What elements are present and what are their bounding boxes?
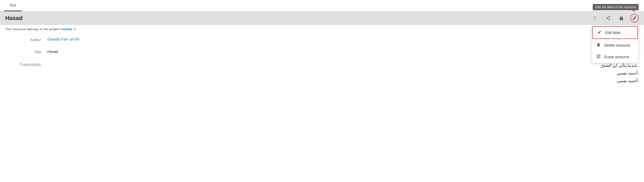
menu-item-edit-label[interactable]: Edit label [592, 26, 638, 39]
transcription-line-3: ،أحسد نفسي [47, 77, 639, 85]
project-prefix: This resource belongs to the project [5, 27, 60, 31]
meta-label-title: Title [5, 50, 47, 54]
menu-item-delete-resource-text: Delete resource [604, 43, 630, 47]
menu-item-delete-resource[interactable]: Delete resource [592, 40, 638, 51]
edit-label-button[interactable] [630, 14, 639, 22]
share-button[interactable] [604, 14, 612, 22]
transcription-line-1: ،عندما يتأتى ليَ الشعرُ [47, 62, 639, 70]
menu-item-edit-label-text: Edit label [605, 31, 621, 35]
sub-info-row: This resource belongs to the project ros… [0, 25, 644, 33]
metadata-section: Author Ġawdat Faḥr al-Din Title Hasad Tr… [0, 33, 644, 88]
pencil-icon [597, 30, 602, 35]
dropdown-menu: Edit label Delete resource [591, 26, 639, 63]
tab-text[interactable]: Text [4, 0, 22, 11]
tab-bar: Text [0, 0, 644, 11]
sort-button[interactable] [591, 14, 599, 22]
meta-value-title: Hasad [47, 50, 639, 54]
menu-item-erase-resource[interactable]: Erase resource [592, 51, 638, 63]
project-link[interactable]: rosetta ↗ [61, 27, 76, 31]
project-name: rosetta [61, 27, 72, 31]
menu-item-erase-resource-text: Erase resource [604, 55, 629, 59]
edit-label-container: Edit the label of this resource Edit lab… [630, 14, 639, 22]
meta-label-transcription: Transcription [5, 62, 47, 67]
header-actions: Edit the label of this resource Edit lab… [591, 14, 639, 22]
meta-row-transcription: Transcription ،عندما يتأتى ليَ الشعرُ ،أ… [0, 58, 644, 88]
meta-value-author[interactable]: Ġawdat Faḥr al-Din [47, 37, 639, 41]
project-info: This resource belongs to the project ros… [5, 27, 76, 31]
meta-label-author: Author [5, 37, 47, 42]
resource-header: Hasad Edit the label of this resource [0, 11, 644, 25]
erase-icon [596, 54, 601, 60]
external-link-icon: ↗ [73, 27, 76, 31]
trash-icon [596, 43, 601, 48]
meta-row-author: Author Ġawdat Faḥr al-Din [0, 33, 644, 46]
meta-row-title: Title Hasad [0, 46, 644, 58]
meta-value-transcription: ،عندما يتأتى ليَ الشعرُ ،أحسد نفسي ،أحسد… [47, 62, 639, 85]
resource-title: Hasad [5, 15, 591, 22]
lock-button[interactable] [617, 14, 626, 22]
transcription-line-2: ،أحسد نفسي [47, 70, 639, 77]
